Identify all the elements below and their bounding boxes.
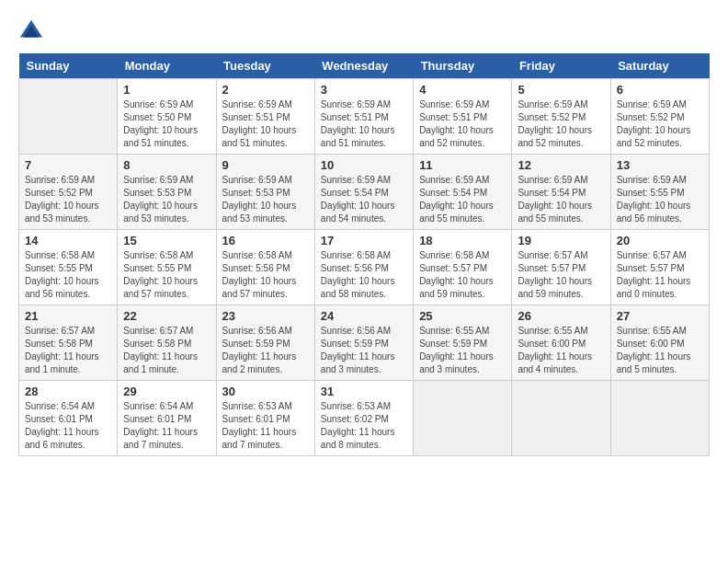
day-info: Sunrise: 6:55 AMSunset: 5:59 PMDaylight:… — [419, 325, 506, 376]
day-number: 6 — [617, 83, 703, 97]
day-number: 15 — [123, 234, 210, 247]
day-info: Sunrise: 6:59 AMSunset: 5:54 PMDaylight:… — [419, 174, 506, 225]
calendar-day-cell: 22Sunrise: 6:57 AMSunset: 5:58 PMDayligh… — [118, 305, 216, 381]
day-info: Sunrise: 6:58 AMSunset: 5:56 PMDaylight:… — [321, 249, 407, 301]
day-number: 3 — [321, 83, 407, 97]
day-number: 2 — [222, 83, 309, 97]
day-info: Sunrise: 6:59 AMSunset: 5:51 PMDaylight:… — [222, 98, 309, 150]
day-info: Sunrise: 6:57 AMSunset: 5:58 PMDaylight:… — [123, 325, 210, 376]
calendar-day-cell: 15Sunrise: 6:58 AMSunset: 5:55 PMDayligh… — [118, 230, 216, 305]
day-number: 28 — [25, 385, 111, 398]
calendar-day-cell: 3Sunrise: 6:59 AMSunset: 5:51 PMDaylight… — [314, 79, 413, 155]
day-number: 7 — [25, 158, 111, 172]
page-header — [18, 18, 710, 44]
day-info: Sunrise: 6:59 AMSunset: 5:53 PMDaylight:… — [123, 174, 210, 225]
day-info: Sunrise: 6:56 AMSunset: 5:59 PMDaylight:… — [321, 325, 407, 376]
calendar-week-row: 28Sunrise: 6:54 AMSunset: 6:01 PMDayligh… — [19, 381, 710, 456]
day-info: Sunrise: 6:59 AMSunset: 5:55 PMDaylight:… — [617, 174, 703, 225]
day-info: Sunrise: 6:54 AMSunset: 6:01 PMDaylight:… — [25, 400, 111, 452]
day-number: 31 — [321, 385, 407, 398]
day-of-week-header: Wednesday — [314, 53, 413, 79]
day-info: Sunrise: 6:56 AMSunset: 5:59 PMDaylight:… — [222, 325, 309, 376]
day-info: Sunrise: 6:53 AMSunset: 6:02 PMDaylight:… — [321, 400, 407, 452]
calendar-day-cell: 25Sunrise: 6:55 AMSunset: 5:59 PMDayligh… — [414, 305, 512, 381]
day-number: 10 — [321, 158, 407, 172]
calendar-day-cell: 30Sunrise: 6:53 AMSunset: 6:01 PMDayligh… — [216, 381, 314, 456]
day-number: 9 — [222, 158, 309, 172]
day-info: Sunrise: 6:59 AMSunset: 5:53 PMDaylight:… — [222, 174, 309, 225]
calendar-week-row: 21Sunrise: 6:57 AMSunset: 5:58 PMDayligh… — [19, 305, 710, 381]
calendar-day-cell — [512, 381, 610, 456]
calendar-day-cell: 9Sunrise: 6:59 AMSunset: 5:53 PMDaylight… — [216, 155, 314, 230]
day-number: 11 — [419, 158, 506, 172]
day-info: Sunrise: 6:58 AMSunset: 5:55 PMDaylight:… — [25, 249, 111, 301]
day-number: 16 — [222, 234, 309, 247]
day-number: 19 — [518, 234, 604, 247]
day-number: 23 — [222, 309, 309, 323]
day-number: 20 — [617, 234, 703, 247]
day-info: Sunrise: 6:59 AMSunset: 5:54 PMDaylight:… — [518, 174, 604, 225]
calendar-day-cell: 4Sunrise: 6:59 AMSunset: 5:51 PMDaylight… — [414, 79, 512, 155]
calendar-day-cell: 26Sunrise: 6:55 AMSunset: 6:00 PMDayligh… — [512, 305, 610, 381]
day-number: 24 — [321, 309, 407, 323]
day-number: 12 — [518, 158, 604, 172]
calendar-day-cell: 31Sunrise: 6:53 AMSunset: 6:02 PMDayligh… — [314, 381, 413, 456]
day-number: 26 — [518, 309, 604, 323]
calendar-day-cell: 10Sunrise: 6:59 AMSunset: 5:54 PMDayligh… — [314, 155, 413, 230]
calendar-day-cell — [414, 381, 512, 456]
day-info: Sunrise: 6:57 AMSunset: 5:57 PMDaylight:… — [518, 249, 604, 301]
day-info: Sunrise: 6:53 AMSunset: 6:01 PMDaylight:… — [222, 400, 309, 452]
calendar-week-row: 7Sunrise: 6:59 AMSunset: 5:52 PMDaylight… — [19, 155, 710, 230]
day-info: Sunrise: 6:59 AMSunset: 5:52 PMDaylight:… — [617, 98, 703, 150]
day-info: Sunrise: 6:59 AMSunset: 5:54 PMDaylight:… — [321, 174, 407, 225]
calendar-day-cell: 23Sunrise: 6:56 AMSunset: 5:59 PMDayligh… — [216, 305, 314, 381]
calendar-day-cell: 7Sunrise: 6:59 AMSunset: 5:52 PMDaylight… — [19, 155, 118, 230]
calendar-table: SundayMondayTuesdayWednesdayThursdayFrid… — [18, 53, 710, 456]
day-info: Sunrise: 6:58 AMSunset: 5:57 PMDaylight:… — [419, 249, 506, 301]
calendar-day-cell: 12Sunrise: 6:59 AMSunset: 5:54 PMDayligh… — [512, 155, 610, 230]
day-of-week-header: Saturday — [610, 53, 709, 79]
day-number: 4 — [419, 83, 506, 97]
logo-icon — [18, 18, 44, 44]
calendar-day-cell: 24Sunrise: 6:56 AMSunset: 5:59 PMDayligh… — [314, 305, 413, 381]
day-number: 13 — [617, 158, 703, 172]
day-info: Sunrise: 6:59 AMSunset: 5:51 PMDaylight:… — [419, 98, 506, 150]
day-number: 5 — [518, 83, 604, 97]
calendar-day-cell: 8Sunrise: 6:59 AMSunset: 5:53 PMDaylight… — [118, 155, 216, 230]
calendar-day-cell: 2Sunrise: 6:59 AMSunset: 5:51 PMDaylight… — [216, 79, 314, 155]
calendar-day-cell: 20Sunrise: 6:57 AMSunset: 5:57 PMDayligh… — [610, 230, 709, 305]
day-number: 27 — [617, 309, 703, 323]
day-of-week-header: Sunday — [19, 53, 118, 79]
day-number: 30 — [222, 385, 309, 398]
calendar-day-cell — [610, 381, 709, 456]
day-number: 18 — [419, 234, 506, 247]
day-number: 21 — [25, 309, 111, 323]
calendar-header-row: SundayMondayTuesdayWednesdayThursdayFrid… — [19, 53, 710, 79]
day-info: Sunrise: 6:54 AMSunset: 6:01 PMDaylight:… — [123, 400, 210, 452]
day-number: 8 — [123, 158, 210, 172]
day-number: 25 — [419, 309, 506, 323]
calendar-week-row: 1Sunrise: 6:59 AMSunset: 5:50 PMDaylight… — [19, 79, 710, 155]
day-of-week-header: Tuesday — [216, 53, 314, 79]
day-of-week-header: Friday — [512, 53, 610, 79]
day-number: 17 — [321, 234, 407, 247]
calendar-day-cell: 1Sunrise: 6:59 AMSunset: 5:50 PMDaylight… — [118, 79, 216, 155]
calendar-day-cell: 18Sunrise: 6:58 AMSunset: 5:57 PMDayligh… — [414, 230, 512, 305]
calendar-day-cell: 11Sunrise: 6:59 AMSunset: 5:54 PMDayligh… — [414, 155, 512, 230]
day-info: Sunrise: 6:55 AMSunset: 6:00 PMDaylight:… — [617, 325, 703, 376]
calendar-day-cell: 6Sunrise: 6:59 AMSunset: 5:52 PMDaylight… — [610, 79, 709, 155]
calendar-day-cell: 28Sunrise: 6:54 AMSunset: 6:01 PMDayligh… — [19, 381, 118, 456]
day-info: Sunrise: 6:59 AMSunset: 5:52 PMDaylight:… — [25, 174, 111, 225]
day-info: Sunrise: 6:58 AMSunset: 5:56 PMDaylight:… — [222, 249, 309, 301]
day-of-week-header: Thursday — [414, 53, 512, 79]
day-info: Sunrise: 6:55 AMSunset: 6:00 PMDaylight:… — [518, 325, 604, 376]
day-info: Sunrise: 6:59 AMSunset: 5:52 PMDaylight:… — [518, 98, 604, 150]
calendar-day-cell: 5Sunrise: 6:59 AMSunset: 5:52 PMDaylight… — [512, 79, 610, 155]
day-info: Sunrise: 6:58 AMSunset: 5:55 PMDaylight:… — [123, 249, 210, 301]
calendar-day-cell: 16Sunrise: 6:58 AMSunset: 5:56 PMDayligh… — [216, 230, 314, 305]
calendar-day-cell: 27Sunrise: 6:55 AMSunset: 6:00 PMDayligh… — [610, 305, 709, 381]
day-of-week-header: Monday — [118, 53, 216, 79]
calendar-day-cell: 19Sunrise: 6:57 AMSunset: 5:57 PMDayligh… — [512, 230, 610, 305]
calendar-day-cell — [19, 79, 118, 155]
day-number: 29 — [123, 385, 210, 398]
